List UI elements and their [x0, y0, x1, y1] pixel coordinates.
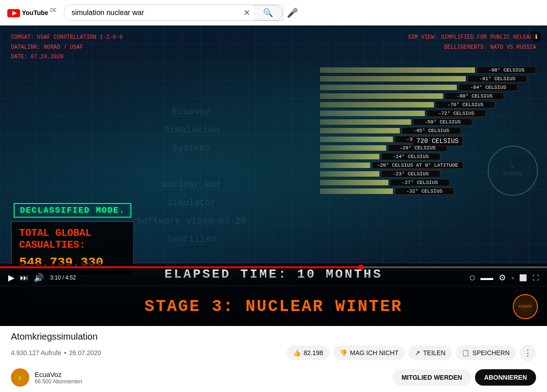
hud-datalink: DATALINK: NORAD / USAF — [11, 43, 123, 53]
voice-search-button[interactable]: 🎤 — [287, 7, 298, 18]
watermark-line-8: Santillán — [137, 230, 246, 249]
mic-icon: 🎤 — [287, 8, 298, 18]
video-actions: 👍 82.198 👎 MAG ICH NICHT ↗ TEILEN 📋 SPEI… — [287, 345, 536, 361]
hud-belligerents: BELLIGERENTS: NATO VS RUSSIA — [408, 43, 536, 53]
theater-icon: ⬜ — [519, 274, 527, 281]
temp-bar-line-3 — [320, 85, 457, 90]
more-options-button[interactable]: ⋮ — [520, 345, 536, 361]
temp-row-8: -45° CELSIUS — [320, 127, 536, 134]
temp-label-15: -32° CELSIUS — [395, 188, 454, 195]
temp-bar-line-1 — [320, 67, 475, 73]
search-input[interactable] — [64, 5, 240, 20]
share-button[interactable]: ↗ TEILEN — [408, 346, 452, 360]
clear-icon: ✕ — [243, 8, 250, 18]
skip-icon: ⏭ — [20, 273, 28, 283]
channel-info: EcuaVoz 66.500 Abonnenten — [35, 371, 82, 385]
subtitles-icon: ▬▬ — [480, 274, 493, 281]
stage-text: STAGE 3: NUCLEAR WINTER — [34, 297, 513, 316]
temp-row-5: -76° CELSIUS — [320, 101, 536, 108]
temp-row-7: -59° CELSIUS — [320, 118, 536, 126]
channel-name[interactable]: EcuaVoz — [35, 371, 82, 378]
search-submit-button[interactable]: 🔍 — [254, 5, 283, 20]
temp-bar-line-14 — [320, 180, 388, 185]
ecuavoz-circle-watermark: ⊙ EcuaVoz — [488, 146, 538, 196]
settings-button[interactable]: ⚙ — [496, 271, 509, 285]
temp-row-4: -80° CELSIUS — [320, 92, 536, 100]
declassified-mode: DECLASSIFIED MODE. — [14, 203, 131, 218]
language-badge: DE — [50, 8, 57, 13]
save-button[interactable]: 📋 SPEICHERN — [455, 346, 516, 360]
video-stats: 4.930.127 Aufrufe • 26.07.2020 — [11, 349, 101, 356]
temp-bar-line-10 — [320, 145, 386, 151]
casualties-title: TOTAL GLOBALCASUALTIES: — [19, 228, 126, 252]
channel-avatar[interactable]: E — [11, 368, 29, 387]
skip-button[interactable]: ⏭ — [17, 271, 31, 285]
video-controls: ▶ ⏭ 🔊 3:10 / 4:52 ⬡ ▬▬ ⚙ — [0, 266, 547, 287]
temp-label-3: -84° CELSIUS — [459, 84, 518, 91]
temp-row-3: -84° CELSIUS — [320, 84, 536, 91]
temp-label-7: -59° CELSIUS — [413, 118, 472, 126]
view-count: 4.930.127 Aufrufe — [11, 349, 62, 356]
stage-logo: ECUAVOZ — [513, 294, 538, 319]
search-clear-button[interactable]: ✕ — [240, 5, 254, 20]
like-count: 82.198 — [304, 349, 323, 356]
watermark-line-4 — [137, 158, 246, 176]
miniplayer-button[interactable]: ▫ — [509, 272, 516, 283]
airplay-icon: ⬡ — [470, 274, 475, 281]
temp-label-14: -27° CELSIUS — [390, 179, 449, 186]
watermark-center: EcuaVoz Simulación Systems Nuclear War S… — [137, 103, 246, 249]
temp-label-1: -98° CELSIUS — [477, 66, 536, 74]
miniplayer-icon: ▫ — [511, 274, 514, 281]
subtitles-button[interactable]: ▬▬ — [478, 272, 496, 283]
temp-label-8: -45° CELSIUS — [402, 127, 461, 134]
video-frame: COMSAT: USAF CONSTELLATION 1-2-6-9 DATAL… — [0, 25, 547, 326]
svg-text:YouTube: YouTube — [22, 9, 48, 16]
info-button[interactable]: ℹ — [531, 31, 542, 42]
video-meta-row: 4.930.127 Aufrufe • 26.07.2020 👍 82.198 … — [11, 345, 536, 361]
temp-label-2: -91° CELSIUS — [468, 75, 527, 82]
watermark-line-5: Nuclear War — [137, 176, 246, 194]
youtube-logo[interactable]: YouTube — [7, 8, 48, 17]
thumbdown-icon: 👎 — [340, 349, 347, 356]
svg-text:E: E — [19, 377, 21, 381]
time-display: 3:10 / 4:52 — [50, 275, 76, 281]
dislike-button[interactable]: 👎 MAG ICH NICHT — [333, 346, 405, 360]
channel-row: E EcuaVoz 66.500 Abonnenten MITGLIED WER… — [11, 367, 536, 387]
temp-720-label: 720 CELSIUS — [413, 136, 463, 146]
airplay-button[interactable]: ⬡ — [467, 272, 478, 283]
share-icon: ↗ — [415, 349, 420, 356]
share-label: TEILEN — [423, 349, 445, 356]
temp-row-1: -98° CELSIUS — [320, 66, 536, 74]
progress-bar[interactable] — [0, 266, 547, 268]
video-container: COMSAT: USAF CONSTELLATION 1-2-6-9 DATAL… — [0, 25, 547, 326]
watermark-line-7: Software v1990-03-28 — [137, 212, 246, 230]
dislike-label: MAG ICH NICHT — [350, 349, 399, 356]
hud-top-left: COMSAT: USAF CONSTELLATION 1-2-6-9 DATAL… — [11, 33, 123, 62]
subscribe-button[interactable]: ABONNIEREN — [475, 369, 536, 386]
logo-area: YouTube DE — [7, 8, 57, 17]
volume-icon: 🔊 — [34, 273, 44, 283]
stage-bar: STAGE 3: NUCLEAR WINTER ECUAVOZ — [0, 287, 547, 326]
below-video: Atomkriegssimulation 4.930.127 Aufrufe •… — [0, 326, 547, 392]
play-button[interactable]: ▶ — [5, 271, 17, 285]
theater-button[interactable]: ⬜ — [516, 272, 530, 283]
watermark-line-2: Simulación — [137, 121, 246, 139]
like-button[interactable]: 👍 82.198 — [287, 346, 330, 360]
temp-bar-line-11 — [320, 154, 379, 159]
temp-bar-line-13 — [320, 171, 379, 177]
temp-label-5: -76° CELSIUS — [436, 101, 495, 108]
fullscreen-icon: ⛶ — [532, 274, 539, 281]
temp-row-2: -91° CELSIUS — [320, 75, 536, 82]
thumbup-icon: 👍 — [293, 349, 301, 356]
watermark-line-6: Simulator — [137, 194, 246, 212]
membership-button[interactable]: MITGLIED WERDEN — [392, 369, 471, 386]
temp-label-4: -80° CELSIUS — [445, 92, 504, 100]
temp-bar-line-2 — [320, 76, 466, 81]
temp-row-6: -72° CELSIUS — [320, 110, 536, 117]
volume-button[interactable]: 🔊 — [31, 271, 46, 285]
hud-top-right: SIM VIEW: SIMPLIFIED FOR PUBLIC RELEASE … — [408, 33, 536, 52]
channel-left: E EcuaVoz 66.500 Abonnenten — [11, 368, 82, 387]
more-icon: ⋮ — [524, 348, 532, 358]
fullscreen-button[interactable]: ⛶ — [530, 272, 542, 283]
hud-comsat: COMSAT: USAF CONSTELLATION 1-2-6-9 — [11, 33, 123, 43]
